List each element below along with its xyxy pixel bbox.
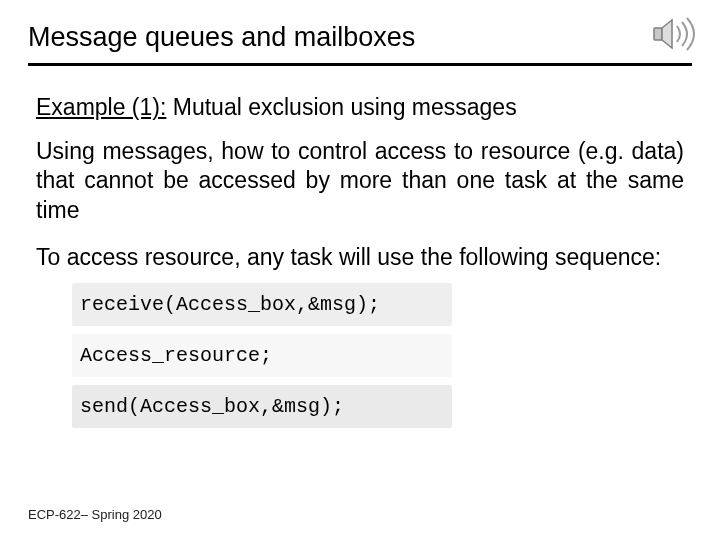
slide-title: Message queues and mailboxes — [28, 22, 415, 61]
code-line-3: send(Access_box,&msg); — [72, 385, 452, 428]
code-block: receive(Access_box,&msg); Access_resourc… — [72, 283, 452, 428]
audio-speaker-icon[interactable] — [650, 14, 702, 58]
presentation-slide: Message queues and mailboxes Example (1)… — [0, 0, 720, 540]
body-paragraph-1: Using messages, how to control access to… — [36, 137, 684, 225]
svg-rect-0 — [654, 28, 662, 40]
slide-footer: ECP-622– Spring 2020 — [28, 507, 162, 522]
code-line-2: Access_resource; — [72, 334, 452, 377]
example-label: Example (1): — [36, 94, 166, 120]
title-divider — [28, 63, 692, 66]
example-heading-text: Mutual exclusion using messages — [166, 94, 516, 120]
code-line-1: receive(Access_box,&msg); — [72, 283, 452, 326]
example-heading: Example (1): Mutual exclusion using mess… — [36, 94, 684, 121]
body-paragraph-2: To access resource, any task will use th… — [36, 243, 684, 272]
